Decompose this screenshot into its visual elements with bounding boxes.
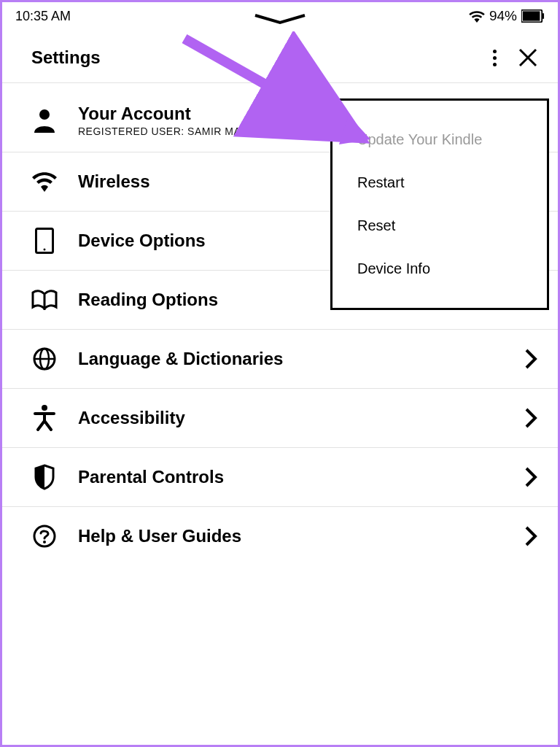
menu-item-device-info[interactable]: Device Info [357, 247, 529, 290]
chevron-right-icon [524, 407, 537, 429]
row-title: Language & Dictionaries [78, 349, 504, 369]
svg-point-17 [43, 541, 46, 543]
svg-rect-1 [523, 11, 540, 20]
menu-item-update[interactable]: Update Your Kindle [357, 118, 529, 161]
svg-line-15 [44, 421, 51, 430]
drag-handle-icon[interactable] [251, 12, 309, 26]
svg-point-5 [39, 109, 50, 120]
close-icon[interactable] [518, 48, 537, 67]
settings-header: Settings [2, 27, 558, 83]
row-help-guides[interactable]: Help & User Guides [2, 507, 558, 565]
help-icon [31, 523, 58, 549]
menu-item-reset[interactable]: Reset [357, 204, 529, 247]
tablet-icon [31, 228, 58, 254]
svg-line-14 [38, 421, 44, 430]
svg-rect-2 [542, 13, 544, 19]
row-title: Accessibility [78, 408, 504, 428]
chevron-right-icon [524, 525, 537, 547]
chevron-right-icon [524, 466, 537, 488]
status-right: 94% [469, 8, 545, 24]
row-parental-controls[interactable]: Parental Controls [2, 448, 558, 507]
shield-icon [31, 464, 58, 490]
battery-icon [521, 9, 545, 23]
row-language-dictionaries[interactable]: Language & Dictionaries [2, 330, 558, 389]
chevron-right-icon [524, 348, 537, 370]
menu-item-restart[interactable]: Restart [357, 161, 529, 204]
person-icon [31, 107, 58, 133]
status-time: 10:35 AM [15, 9, 71, 24]
battery-percent: 94% [489, 8, 517, 24]
row-title: Help & User Guides [78, 526, 504, 546]
svg-point-7 [44, 249, 46, 251]
globe-icon [31, 346, 58, 372]
book-icon [31, 287, 58, 313]
row-title: Parental Controls [78, 467, 504, 487]
more-menu-button[interactable] [493, 50, 497, 66]
row-accessibility[interactable]: Accessibility [2, 389, 558, 448]
wifi-icon [31, 169, 58, 195]
accessibility-icon [31, 405, 58, 431]
page-title: Settings [31, 47, 101, 68]
overflow-menu: Update Your Kindle Restart Reset Device … [330, 98, 549, 310]
svg-point-11 [42, 405, 47, 411]
wifi-icon [469, 9, 485, 23]
